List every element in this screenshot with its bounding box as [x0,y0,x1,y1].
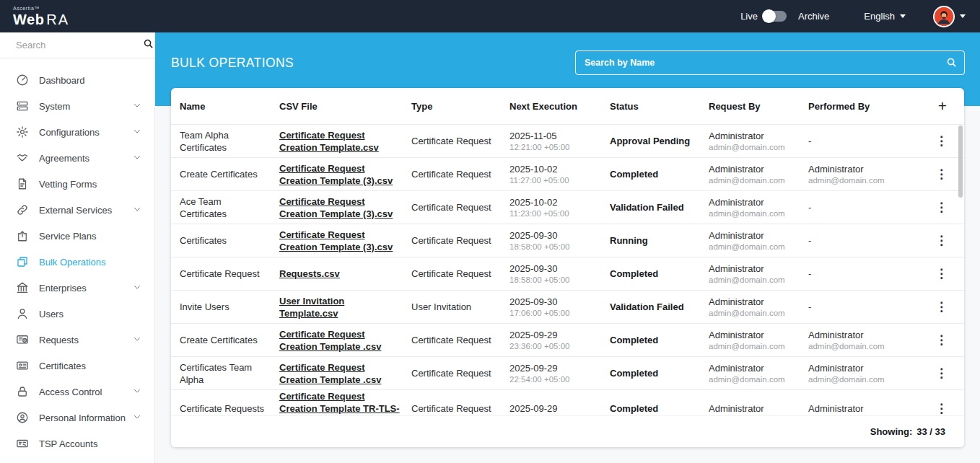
row-actions-menu-icon[interactable]: ⋮ [935,334,948,346]
cell-next-execution: 2025-09-3018:58:00 +05:00 [509,229,610,252]
request-by-email: admin@domain.com [709,308,800,319]
status-badge: Completed [610,334,709,346]
sidebar-item-agreements[interactable]: Agreements [0,145,154,171]
sidebar-search-input[interactable] [16,40,143,50]
showing-label: Showing: [870,426,913,437]
card-clock-icon [16,333,29,346]
cell-actions: ⋮ [935,168,956,181]
row-actions-menu-icon[interactable]: ⋮ [935,234,948,247]
sidebar-item-label: Personal Information [39,413,126,423]
search-icon [143,38,154,52]
sidebar-item-enterprises[interactable]: Enterprises [0,275,154,301]
cell-actions: ⋮ [935,201,956,214]
sidebar-item-label: Dashboard [39,75,85,86]
sidebar-item-dashboard[interactable]: Dashboard [0,67,154,93]
cell-name: Certificates Team Alpha [180,361,279,386]
search-icon[interactable] [946,57,957,71]
column-header-performed-by: Performed By [808,100,935,113]
row-actions-menu-icon[interactable]: ⋮ [935,135,948,147]
cell-csv-file: Certificate Request Creation Template.cs… [279,129,411,154]
cell-performed-by: - [808,301,935,313]
live-archive-toggle[interactable] [764,11,787,22]
cell-actions: ⋮ [935,135,956,148]
live-label: Live [740,11,758,22]
sidebar-item-requests[interactable]: Requests [0,327,154,353]
cell-name: Ace Team Certificates [180,195,279,220]
row-actions-menu-icon[interactable]: ⋮ [935,201,948,213]
csv-file-link[interactable]: User Invitation Template.csv [279,296,344,319]
gear-icon [16,125,29,138]
cell-type: Certificate Request [411,201,509,213]
dashboard-icon [16,74,29,87]
table-header-row: NameCSV FileTypeNext ExecutionStatusRequ… [171,88,964,124]
execution-time: 18:58:00 +05:00 [509,242,601,252]
app-logo: Ascertia™ WebRA [13,6,69,27]
cell-type: Certificate Request [411,234,509,247]
status-badge: Running [610,234,709,247]
sidebar-item-bulk-operations[interactable]: Bulk Operations [0,249,154,275]
sidebar-item-users[interactable]: Users [0,301,154,327]
profile-chevron-icon[interactable] [960,14,966,18]
chevron-down-icon [133,101,141,112]
sidebar-item-certificates[interactable]: Certificates [0,353,154,379]
sidebar-item-label: Users [39,309,64,319]
performed-by-email: admin@domain.com [808,374,927,385]
csv-file-link[interactable]: Certificate Request Creation Template TR… [279,391,400,415]
bank-icon [16,281,29,294]
avatar-illustration [935,7,953,26]
handshake-icon [16,151,29,164]
sidebar-item-configurations[interactable]: Configurations [0,119,154,145]
link-icon [16,203,29,216]
add-bulk-operation-button[interactable]: + [938,98,947,113]
language-dropdown[interactable]: English [864,11,906,22]
csv-file-link[interactable]: Requests.csv [279,268,340,279]
column-header-name: Name [180,100,279,113]
showing-count: 33 / 33 [916,426,945,437]
execution-time: 18:58:00 +05:00 [509,275,601,286]
csv-file-link[interactable]: Certificate Request Creation Template (3… [279,163,393,186]
row-actions-menu-icon[interactable]: ⋮ [935,301,948,313]
sidebar-item-label: System [39,101,70,112]
language-value: English [864,11,895,22]
row-actions-menu-icon[interactable]: ⋮ [935,268,948,280]
cell-request-by: Administratoradmin@domain.com [709,362,808,385]
sidebar-item-access-control[interactable]: Access Control [0,379,154,405]
request-by-email: admin@domain.com [709,275,800,286]
sidebar-item-external-services[interactable]: External Services [0,197,154,223]
request-by-email: admin@domain.com [709,242,800,252]
sidebar-item-tsp-accounts[interactable]: TSP Accounts [0,431,154,457]
csv-file-link[interactable]: Certificate Request Creation Template (3… [279,229,393,252]
csv-file-link[interactable]: Certificate Request Creation Template (3… [279,196,393,219]
sidebar-item-system[interactable]: System [0,93,154,119]
sidebar-item-label: Bulk Operations [39,257,106,268]
sidebar-item-vetting-forms[interactable]: Vetting Forms [0,171,154,197]
cell-next-execution: 2025-09-2923:36:00 +05:00 [509,329,610,352]
user-avatar[interactable] [933,6,955,27]
csv-file-link[interactable]: Certificate Request Creation Template.cs… [279,130,379,153]
sidebar-item-personal-information[interactable]: Personal Information [0,405,154,431]
execution-time: 11:23:00 +05:00 [509,208,601,219]
cell-actions: ⋮ [935,301,956,314]
csv-file-link[interactable]: Certificate Request Creation Template .c… [279,362,381,385]
cell-actions: ⋮ [935,234,956,247]
execution-time: 17:06:00 +05:00 [509,308,601,319]
table-row: Certificate RequestsCertificate Request … [171,389,964,415]
cell-name: Invite Users [180,301,279,313]
table-search [575,50,965,75]
csv-file-link[interactable]: Certificate Request Creation Template .c… [279,329,381,352]
search-by-name-input[interactable] [575,50,965,75]
row-actions-menu-icon[interactable]: ⋮ [935,367,948,379]
request-by-email: admin@domain.com [709,341,800,352]
toggle-knob[interactable] [762,9,776,23]
sidebar-item-service-plans[interactable]: Service Plans [0,223,154,249]
sidebar-item-logs[interactable]: Logs [0,457,154,463]
row-actions-menu-icon[interactable]: ⋮ [935,402,948,415]
row-actions-menu-icon[interactable]: ⋮ [935,168,948,180]
cell-next-execution: 2025-10-0211:27:00 +05:00 [509,163,610,186]
cell-name: Certificate Requests [180,402,279,415]
column-header-request-by: Request By [709,100,808,113]
scrollbar-thumb[interactable] [958,125,963,198]
cell-type: User Invitation [411,301,509,313]
status-badge: Completed [610,168,709,180]
table-row: Certificates Team AlphaCertificate Reque… [171,356,964,389]
